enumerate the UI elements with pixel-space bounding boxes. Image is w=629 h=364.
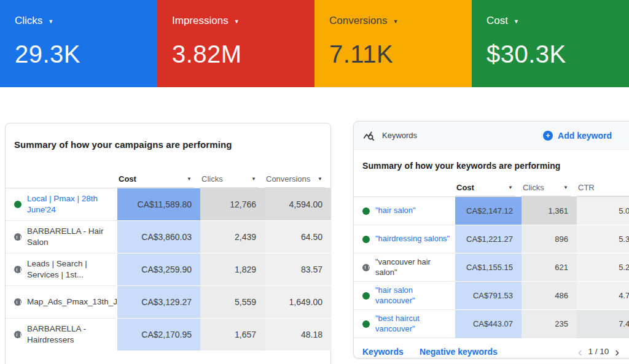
plus-circle-icon: + — [543, 131, 553, 141]
chevron-down-icon: ▼ — [187, 176, 192, 182]
column-label: CTR — [578, 183, 595, 192]
conversions-cell: 4,594.00 — [265, 188, 331, 220]
clicks-cell: 5,559 — [200, 285, 265, 318]
campaign-link[interactable]: BARBARELLA - Hairdressers — [27, 323, 112, 346]
header-underline — [200, 187, 259, 188]
chevron-down-icon: ▼ — [234, 19, 240, 25]
keyword-link[interactable]: "best haircut vancouver" — [375, 314, 450, 335]
cost-cell: CA$3,129.27 — [117, 285, 200, 318]
clicks-cell: 12,766 — [200, 188, 265, 220]
ctr-cell: 7.44% — [577, 309, 629, 338]
cost-cell: CA$1,221.27 — [455, 225, 522, 253]
header-underline — [265, 187, 325, 188]
clicks-cell: 1,657 — [200, 318, 265, 350]
scorecard-label: Cost — [486, 15, 508, 27]
column-header-cost[interactable]: Cost ▼ — [117, 174, 200, 188]
column-header-conversions[interactable]: Conversions ▼ — [265, 174, 331, 188]
status-enabled-icon[interactable] — [362, 207, 370, 215]
header-underline — [522, 196, 571, 196]
chevron-down-icon: ▼ — [48, 19, 53, 25]
campaign-row: Leads | Search | Services | 1st... CA$3,… — [6, 253, 330, 285]
clicks-cell: 486 — [522, 281, 577, 310]
scorecard-value: 3.82M — [172, 41, 314, 68]
keyword-row: "hair salon" CA$2,147.12 1,361 5.09% — [354, 196, 629, 225]
campaign-row: Local | Pmax | 28th June'24 CA$11,589.80… — [6, 188, 330, 220]
kebab-menu-icon[interactable]: ⋮ — [627, 130, 629, 141]
keywords-panel-label: Keywords — [382, 131, 417, 140]
status-paused-icon[interactable] — [14, 266, 21, 273]
status-paused-icon[interactable] — [362, 264, 370, 271]
campaign-link[interactable]: Local | Pmax | 28th June'24 — [27, 193, 112, 215]
status-enabled-icon[interactable] — [362, 236, 370, 243]
add-keyword-label: Add keyword — [558, 131, 612, 141]
campaign-row: BARBARELLA - Hairdressers CA$2,170.95 1,… — [6, 318, 330, 350]
column-header-clicks[interactable]: Clicks ▼ — [200, 174, 265, 188]
column-header-clicks[interactable]: Clicks ▼ — [522, 183, 577, 196]
clicks-cell: 1,829 — [200, 253, 265, 285]
keywords-insights-icon — [362, 129, 376, 142]
keywords-panel-title: Summary of how your keywords are perform… — [362, 161, 629, 171]
keyword-row: "hair salon vancouver" CA$791.53 486 4.7… — [354, 281, 629, 309]
campaigns-panel: Summary of how your campaigns are perfor… — [5, 123, 331, 364]
status-enabled-icon[interactable] — [14, 201, 21, 208]
column-header-ctr[interactable]: CTR ▼ — [577, 183, 629, 196]
clicks-cell: 2,439 — [200, 220, 265, 253]
scorecard-conversions-metric-dropdown[interactable]: Conversions ▼ — [329, 15, 472, 27]
ctr-cell: 5.29% — [577, 253, 629, 282]
keywords-panel-header: Keywords + Add keyword ⋮ — [354, 122, 629, 150]
scorecard-clicks-metric-dropdown[interactable]: Clicks ▼ — [15, 15, 157, 27]
add-keyword-button[interactable]: + Add keyword — [543, 131, 612, 141]
chevron-down-icon: ▼ — [318, 176, 322, 182]
keyword-link[interactable]: "hair salon" — [375, 206, 416, 216]
conversions-cell: 48.18 — [265, 318, 331, 350]
scorecard-value: $30.3K — [486, 41, 629, 68]
scorecard-strip: Clicks ▼ 29.3K Impressions ▼ 3.82M Conve… — [0, 0, 629, 87]
chevron-down-icon: ▼ — [563, 185, 568, 190]
chevron-down-icon: ▼ — [251, 176, 256, 182]
scorecard-conversions: Conversions ▼ 7.11K — [314, 0, 472, 87]
scorecard-cost: Cost ▼ $30.3K — [472, 0, 629, 87]
scorecard-label: Impressions — [172, 15, 229, 27]
page-previous-icon[interactable]: ‹ — [578, 346, 582, 358]
column-label: Conversions — [266, 174, 310, 184]
status-enabled-icon[interactable] — [362, 320, 370, 328]
status-paused-icon[interactable] — [14, 233, 21, 241]
keywords-panel-footer: Keywords Negative keywords ‹ 1 / 10 › — [354, 338, 629, 358]
ctr-cell: 5.33% — [577, 225, 629, 253]
scorecard-impressions-metric-dropdown[interactable]: Impressions ▼ — [172, 15, 314, 27]
chevron-down-icon: ▼ — [393, 19, 399, 25]
column-label: Cost — [119, 174, 136, 184]
campaigns-panel-title: Summary of how your campaigns are perfor… — [14, 139, 318, 150]
keyword-link[interactable]: "hairdressing salons" — [375, 234, 450, 244]
page-indicator: 1 / 10 — [588, 347, 609, 356]
tab-keywords[interactable]: Keywords — [362, 347, 404, 357]
cost-cell: CA$1,155.15 — [455, 253, 522, 282]
status-paused-icon[interactable] — [14, 331, 21, 338]
status-paused-icon[interactable] — [14, 298, 21, 306]
scorecard-clicks: Clicks ▼ 29.3K — [0, 0, 157, 87]
clicks-cell: 896 — [522, 225, 577, 253]
conversions-cell: 1,649.00 — [265, 285, 331, 318]
pagination: ‹ 1 / 10 › — [578, 346, 619, 358]
cost-cell: CA$2,147.12 — [455, 196, 522, 225]
scorecard-impressions: Impressions ▼ 3.82M — [157, 0, 314, 87]
cost-cell: CA$791.53 — [455, 281, 522, 310]
keyword-link[interactable]: "vancouver hair salon" — [375, 257, 450, 278]
tab-negative-keywords[interactable]: Negative keywords — [420, 347, 498, 357]
ctr-cell: 4.79% — [577, 281, 629, 310]
campaign-link[interactable]: BARBARELLA - Hair Salon — [27, 226, 112, 248]
column-label: Clicks — [523, 183, 544, 192]
keyword-link[interactable]: "hair salon vancouver" — [375, 285, 450, 306]
column-header-cost[interactable]: Cost ▼ — [455, 183, 522, 196]
scorecard-cost-metric-dropdown[interactable]: Cost ▼ — [486, 15, 629, 27]
keywords-table-header: Cost ▼ Clicks ▼ CTR ▼ — [354, 179, 629, 196]
keyword-row: "vancouver hair salon" CA$1,155.15 621 5… — [354, 253, 629, 281]
campaign-link[interactable]: Leads | Search | Services | 1st... — [27, 258, 112, 281]
chevron-down-icon: ▼ — [514, 19, 519, 25]
keyword-row: "hairdressing salons" CA$1,221.27 896 5.… — [354, 225, 629, 253]
page-next-icon[interactable]: › — [615, 346, 619, 358]
status-enabled-icon[interactable] — [362, 292, 370, 300]
clicks-cell: 235 — [522, 309, 577, 338]
header-underline — [117, 187, 194, 188]
clicks-cell: 1,361 — [522, 196, 577, 225]
